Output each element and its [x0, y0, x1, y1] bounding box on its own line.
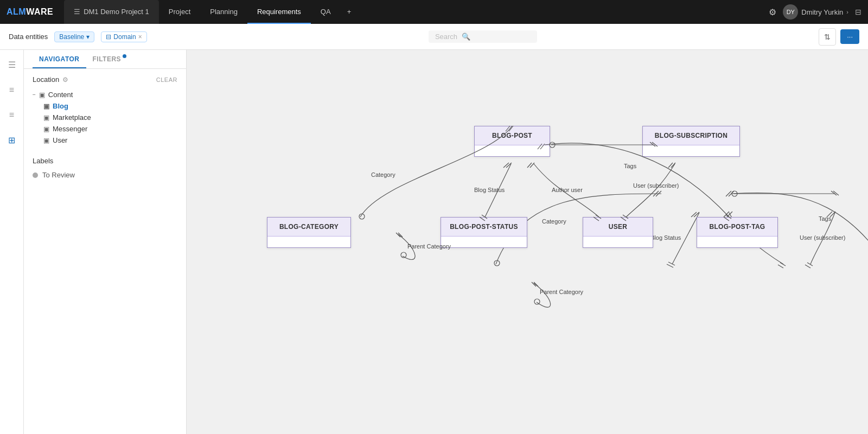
search-bar[interactable]: Search 🔍	[429, 30, 537, 43]
user-menu-chevron: ›	[846, 9, 848, 15]
entity-blog-subscription-title: BLOG-SUBSCRIPTION	[643, 126, 739, 145]
svg-line-11	[726, 191, 731, 196]
tree-item-marketplace[interactable]: ▣ Marketplace	[43, 112, 177, 123]
clear-button[interactable]: CLEAR	[156, 76, 177, 83]
app-logo: ALMWARE	[7, 7, 53, 17]
svg-line-21	[534, 282, 538, 286]
entity-blog-category[interactable]: BLOG-CATEGORY	[267, 217, 351, 248]
marketplace-icon: ▣	[43, 114, 49, 122]
blog-icon: ▣	[43, 103, 49, 110]
main-content: ☰ ≡ ≡ ⊞ NAVIGATOR FILTERS Location ⚙ CLE…	[0, 50, 868, 434]
svg-line-9	[780, 263, 786, 266]
messenger-icon: ▣	[43, 125, 49, 133]
content-icon: ▣	[39, 91, 45, 99]
entity-blog-post-tag-title: BLOG-POST-TAG	[697, 218, 777, 237]
user-avatar: DY	[783, 4, 798, 20]
nav-tab-planning[interactable]: Planning	[200, 0, 247, 24]
baseline-filter[interactable]: Baseline ▾	[54, 31, 94, 42]
tree-item-blog[interactable]: ▣ Blog	[43, 100, 177, 112]
location-settings-icon[interactable]: ⚙	[62, 76, 68, 84]
topnav-more-icon[interactable]: ⊟	[855, 8, 861, 16]
navigator-panel: NAVIGATOR FILTERS Location ⚙ CLEAR − ▣	[24, 50, 187, 434]
relation-category: Category	[542, 218, 566, 225]
entity-blog-subscription[interactable]: BLOG-SUBSCRIPTION	[642, 126, 740, 157]
tab-navigator[interactable]: NAVIGATOR	[33, 50, 86, 68]
location-section-header: Location ⚙ CLEAR	[33, 75, 177, 84]
more-options-button[interactable]: ···	[840, 29, 859, 44]
entity-blog-category-title: BLOG-CATEGORY	[267, 218, 350, 237]
entity-user-title: USER	[583, 218, 653, 237]
location-title: Location ⚙	[33, 75, 68, 84]
nav-tab-qa[interactable]: QA	[311, 0, 341, 24]
list-rail-icon[interactable]: ≡	[6, 82, 17, 98]
tab-filters[interactable]: FILTERS	[86, 50, 128, 68]
navigator-content: Location ⚙ CLEAR − ▣ Content ▣ Blog	[24, 69, 186, 434]
navigator-tabs: NAVIGATOR FILTERS	[24, 50, 186, 69]
relation-tags: Tags	[819, 215, 832, 222]
data-entities-label: Data entities	[9, 33, 48, 41]
label-dot-icon	[33, 173, 38, 178]
label-item-to-review[interactable]: To Review	[33, 169, 177, 181]
add-tab-button[interactable]: +	[341, 0, 358, 24]
sort-button[interactable]: ⇅	[819, 28, 836, 46]
location-tree: − ▣ Content ▣ Blog ▣ Marketplace ▣	[33, 89, 177, 146]
icon-rail: ☰ ≡ ≡ ⊞	[0, 50, 24, 434]
diagram-area[interactable]: Category Blog Status Author user Tags	[187, 50, 868, 434]
entity-blog-post-status[interactable]: BLOG-POST-STATUS	[441, 217, 527, 248]
domain-close-icon[interactable]: ×	[138, 33, 142, 41]
user-menu[interactable]: DY Dmitry Yurkin ›	[783, 4, 848, 20]
svg-line-3	[691, 212, 697, 217]
tree-item-user[interactable]: ▣ User	[43, 135, 177, 146]
labels-section: Labels To Review	[33, 157, 177, 181]
filter-rail-icon[interactable]: ☰	[5, 56, 19, 73]
nav-right-actions: ⚙ DY Dmitry Yurkin › ⊟	[769, 4, 861, 20]
svg-point-19	[534, 299, 540, 304]
svg-line-16	[830, 212, 835, 217]
nav-tab-project[interactable]: Project	[159, 0, 200, 24]
grid-rail-icon[interactable]: ⊞	[5, 132, 18, 149]
entity-blog-post-title: BLOG-POST	[475, 126, 550, 145]
tree-children-content: ▣ Blog ▣ Marketplace ▣ Messenger ▣ User	[33, 100, 177, 146]
filters-indicator	[123, 54, 126, 58]
svg-line-8	[727, 212, 732, 217]
top-navigation: ALMWARE ☰ DM1 Demo Project 1 Project Pla…	[0, 0, 868, 24]
svg-line-18	[805, 265, 810, 268]
entity-user[interactable]: USER	[583, 217, 653, 248]
settings-icon[interactable]: ⚙	[769, 7, 776, 17]
list2-rail-icon[interactable]: ≡	[6, 107, 17, 123]
filter-icon: ⊟	[106, 33, 111, 41]
tree-item-messenger[interactable]: ▣ Messenger	[43, 123, 177, 135]
labels-title: Labels	[33, 157, 177, 165]
svg-line-5	[668, 262, 675, 265]
sort-icon: ⇅	[824, 33, 831, 41]
tree-item-content[interactable]: − ▣ Content	[33, 89, 177, 100]
subheader: Data entities Baseline ▾ ⊟ Domain × Sear…	[0, 24, 868, 50]
search-container: Search 🔍	[154, 30, 812, 43]
svg-line-10	[778, 265, 783, 268]
entity-blog-post-status-title: BLOG-POST-STATUS	[441, 218, 527, 237]
search-icon: 🔍	[462, 33, 470, 41]
user-icon: ▣	[43, 137, 49, 144]
entity-blog-post[interactable]: BLOG-POST	[474, 126, 550, 157]
svg-line-7	[724, 212, 729, 217]
svg-line-17	[807, 263, 813, 266]
relation-user-subscriber: User (subscriber)	[800, 234, 845, 241]
svg-line-6	[667, 264, 673, 267]
entity-blog-post-tag[interactable]: BLOG-POST-TAG	[697, 217, 778, 248]
relation-parent-category: Parent Category	[540, 289, 584, 295]
nav-tab-requirements[interactable]: Requirements	[247, 0, 311, 24]
domain-filter[interactable]: ⊟ Domain ×	[101, 31, 146, 42]
collapse-icon: −	[33, 92, 36, 98]
project-tab[interactable]: ☰ DM1 Demo Project 1	[64, 0, 159, 24]
subheader-actions: ⇅ ···	[819, 28, 859, 46]
relation-blog-status: Blog Status	[650, 234, 681, 241]
